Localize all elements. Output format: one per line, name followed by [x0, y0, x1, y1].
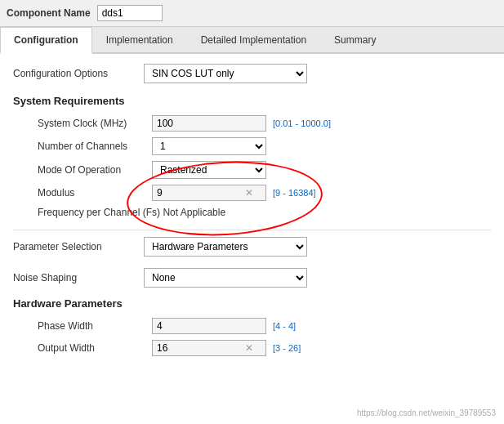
tab-summary[interactable]: Summary [320, 27, 390, 52]
output-width-clear-button[interactable]: ✕ [243, 343, 256, 353]
tab-implementation[interactable]: Implementation [92, 27, 187, 52]
tab-configuration[interactable]: Configuration [0, 27, 92, 54]
tab-detailed-implementation[interactable]: Detailed Implementation [187, 27, 320, 52]
page-wrapper: Component Name Configuration Implementat… [0, 0, 504, 424]
modulus-row: Modulus ✕ [9 - 16384] [13, 185, 491, 201]
phase-width-row: Phase Width [4 - 4] [13, 318, 491, 334]
modulus-range: [9 - 16384] [273, 188, 316, 198]
system-requirements-header: System Requirements [13, 95, 491, 107]
param-selection-row: Parameter Selection Hardware Parameters [13, 237, 491, 257]
output-width-label: Output Width [38, 342, 152, 354]
top-bar: Component Name [0, 0, 504, 27]
modulus-clear-button[interactable]: ✕ [243, 188, 256, 198]
mode-operation-select[interactable]: Rasterized [152, 161, 266, 179]
noise-shaping-label: Noise Shaping [13, 272, 144, 283]
freq-per-channel-label: Frequency per Channel (Fs) Not Applicabl… [38, 207, 225, 218]
component-name-input[interactable] [97, 5, 163, 21]
output-width-input[interactable] [153, 341, 243, 355]
noise-shaping-select[interactable]: None [144, 268, 307, 288]
output-width-input-wrapper: ✕ [152, 340, 266, 356]
modulus-input-wrapper: ✕ [152, 185, 266, 201]
param-selection-select[interactable]: Hardware Parameters [144, 237, 307, 257]
modulus-label: Modulus [38, 187, 152, 199]
num-channels-label: Number of Channels [38, 141, 152, 152]
param-selection-label: Parameter Selection [13, 241, 144, 252]
mode-operation-label: Mode Of Operation [38, 164, 152, 176]
system-clock-label: System Clock (MHz) [38, 118, 152, 129]
phase-width-range: [4 - 4] [273, 321, 296, 331]
system-clock-row: System Clock (MHz) [0.01 - 1000.0] [13, 115, 491, 132]
config-options-select[interactable]: SIN COS LUT only [144, 64, 307, 83]
system-clock-range: [0.01 - 1000.0] [273, 118, 331, 128]
watermark: https://blog.csdn.net/weixin_39789553 [357, 408, 496, 417]
hardware-parameters-header: Hardware Parameters [13, 297, 491, 310]
phase-width-label: Phase Width [38, 320, 152, 332]
system-requirements-section: System Requirements System Clock (MHz) [… [13, 95, 491, 218]
modulus-input[interactable] [153, 185, 243, 200]
output-width-row: Output Width ✕ [3 - 26] [13, 340, 491, 356]
tabs-bar: Configuration Implementation Detailed Im… [0, 27, 504, 54]
component-name-label: Component Name [7, 7, 91, 19]
phase-width-input[interactable] [152, 318, 266, 334]
output-width-range: [3 - 26] [273, 343, 301, 353]
main-content: Configuration Options SIN COS LUT only S… [0, 54, 504, 374]
num-channels-select[interactable]: 1 [152, 137, 266, 155]
config-options-label: Configuration Options [13, 68, 144, 79]
noise-shaping-row: Noise Shaping None [13, 268, 491, 288]
freq-per-channel-row: Frequency per Channel (Fs) Not Applicabl… [13, 207, 491, 218]
hardware-parameters-section: Hardware Parameters Phase Width [4 - 4] … [13, 297, 491, 356]
config-options-row: Configuration Options SIN COS LUT only [13, 64, 491, 83]
divider-1 [13, 230, 491, 230]
mode-operation-row: Mode Of Operation Rasterized [13, 161, 491, 179]
system-clock-input[interactable] [152, 115, 266, 132]
num-channels-row: Number of Channels 1 [13, 137, 491, 155]
